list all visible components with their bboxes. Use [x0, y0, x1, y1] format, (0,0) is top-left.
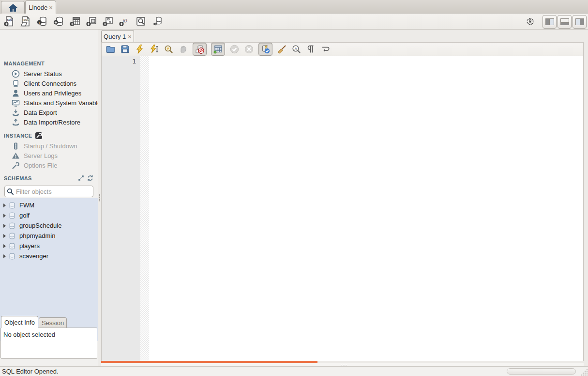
home-tab[interactable] — [1, 1, 25, 14]
schema-label: groupSchedule — [19, 222, 61, 229]
object-info-text: No object selected — [3, 331, 97, 338]
new-sql-tab-icon[interactable]: SQL — [3, 16, 15, 27]
tab-object-info[interactable]: Object Info — [1, 316, 38, 328]
close-icon[interactable]: × — [128, 33, 132, 40]
limit-rows-toggle-button[interactable] — [211, 43, 225, 56]
server-logs-icon — [12, 152, 20, 160]
expander-icon[interactable] — [3, 254, 6, 258]
rollback-icon[interactable] — [244, 44, 254, 54]
sidebar-item-label: Data Import/Restore — [24, 119, 80, 126]
create-function-icon[interactable]: f() — [119, 16, 130, 27]
create-table-icon[interactable] — [69, 16, 81, 27]
client-connections-icon — [12, 79, 20, 88]
expander-icon[interactable] — [3, 214, 6, 218]
expander-icon[interactable] — [3, 204, 6, 207]
sidebar-item-server-status[interactable]: Server Status — [0, 69, 98, 78]
sidebar-item-startup-shutdown[interactable]: Startup / Shutdown — [0, 141, 98, 151]
schema-row-golf[interactable]: golf — [0, 210, 98, 220]
data-export-icon — [12, 109, 20, 117]
database-icon — [9, 233, 15, 239]
reconnect-dbms-icon[interactable] — [151, 16, 163, 27]
server-status-icon — [12, 70, 20, 78]
close-icon[interactable]: × — [49, 4, 53, 11]
sidebar-item-options-file[interactable]: Options File — [0, 160, 98, 170]
invisible-chars-icon[interactable] — [306, 44, 316, 54]
connection-tab-label: Linode — [29, 4, 47, 11]
svg-text:f(): f() — [123, 18, 127, 23]
preferences-gear-icon[interactable] — [526, 17, 535, 26]
database-icon — [9, 243, 15, 250]
open-sql-script-icon[interactable]: SQL — [20, 16, 31, 27]
execute-icon[interactable] — [135, 44, 145, 54]
main-toolbar-right — [526, 14, 587, 30]
expander-icon[interactable] — [3, 234, 6, 238]
toggle-right-panel-button[interactable] — [573, 15, 587, 29]
sidebar-item-label: Startup / Shutdown — [24, 142, 77, 150]
info-panel-tabs: Object Info Session — [0, 316, 98, 328]
stop-on-error-toggle-button[interactable] — [193, 43, 207, 56]
sidebar-item-server-logs[interactable]: Server Logs — [0, 151, 98, 160]
main-area: Query 1 × — [101, 30, 588, 366]
mysql-workbench-window: Linode × SQL SQL i — [0, 0, 588, 376]
schema-label: golf — [19, 212, 30, 219]
save-script-icon[interactable] — [120, 44, 130, 54]
beautify-icon[interactable] — [277, 44, 287, 54]
toggle-bottom-panel-button[interactable] — [558, 15, 572, 29]
object-info-panel: No object selected — [0, 328, 97, 359]
stop-icon[interactable] — [178, 44, 188, 54]
home-icon — [8, 3, 18, 12]
status-progress-bar — [507, 368, 576, 375]
refresh-schemas-icon[interactable] — [87, 175, 93, 181]
sql-editor[interactable]: 1 — [101, 56, 584, 361]
connection-tab[interactable]: Linode × — [25, 0, 56, 14]
sidebar-item-label: Client Connections — [24, 80, 76, 87]
query-tab[interactable]: Query 1 × — [101, 30, 134, 42]
schemas-section-title: SCHEMAS — [0, 175, 98, 181]
database-icon — [9, 202, 15, 209]
line-number: 1 — [132, 58, 136, 65]
svg-text:A: A — [295, 47, 297, 51]
search-table-data-icon[interactable] — [135, 16, 147, 27]
window-resize-grip[interactable] — [580, 368, 588, 376]
schema-inspector-icon[interactable]: i — [36, 16, 48, 27]
execute-current-icon[interactable] — [149, 44, 159, 54]
schema-row-groupschedule[interactable]: groupSchedule — [0, 220, 98, 231]
sidebar-item-label: Server Status — [24, 70, 62, 78]
commit-icon[interactable] — [229, 44, 240, 54]
expander-icon[interactable] — [3, 224, 6, 228]
left-panel-icon — [545, 18, 554, 25]
sidebar-item-label: Data Export — [24, 109, 57, 116]
create-schema-icon[interactable] — [53, 16, 64, 27]
toggle-left-panel-button[interactable] — [543, 15, 557, 29]
create-procedure-icon[interactable] — [102, 16, 114, 27]
main-toolbar: SQL SQL i — [0, 14, 588, 30]
schema-filter[interactable] — [4, 186, 93, 197]
create-view-icon[interactable] — [86, 16, 97, 27]
database-icon — [9, 212, 15, 219]
find-icon[interactable]: A — [291, 44, 302, 54]
database-icon — [9, 253, 15, 260]
document-tabstrip: Linode × — [0, 0, 588, 14]
sidebar-item-users-privileges[interactable]: Users and Privileges — [0, 88, 98, 98]
startup-shutdown-icon — [12, 142, 20, 150]
schema-row-scavenger[interactable]: scavenger — [0, 251, 98, 261]
main-toolbar-icons: SQL SQL i — [0, 16, 163, 27]
schema-row-fwm[interactable]: FWM — [0, 200, 98, 210]
data-import-icon — [12, 118, 20, 126]
sidebar-item-data-export[interactable]: Data Export — [0, 108, 98, 117]
schema-filter-input[interactable] — [16, 188, 89, 195]
status-message: SQL Editor Opened. — [2, 368, 59, 375]
schema-row-phpmyadmin[interactable]: phpmyadmin — [0, 231, 98, 241]
explain-icon[interactable] — [164, 44, 174, 54]
wrap-text-icon[interactable] — [320, 44, 331, 54]
expander-icon[interactable] — [3, 244, 6, 248]
sidebar-item-data-import[interactable]: Data Import/Restore — [0, 117, 98, 127]
sidebar-item-client-connections[interactable]: Client Connections — [0, 78, 98, 88]
open-script-icon[interactable] — [106, 44, 116, 54]
expand-schemas-icon[interactable] — [78, 175, 84, 181]
sidebar-item-status-variables[interactable]: Status and System Variables — [0, 98, 98, 108]
svg-text:SQL: SQL — [23, 18, 29, 21]
tab-session[interactable]: Session — [39, 317, 67, 328]
autocommit-toggle-button[interactable] — [258, 43, 272, 56]
schema-row-players[interactable]: players — [0, 241, 98, 251]
